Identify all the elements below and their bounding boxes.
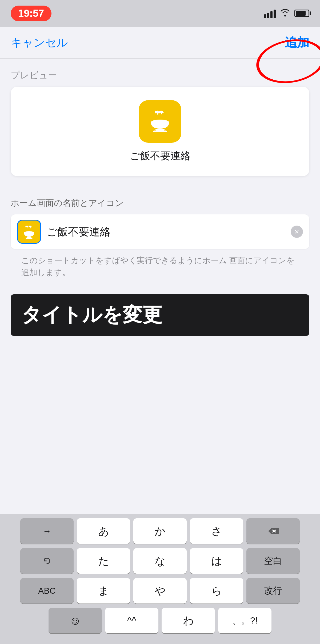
keyboard-row-2: た な は 空白	[2, 548, 318, 574]
preview-section: プレビュー ご飯不要連絡	[0, 59, 320, 184]
status-bar: 19:57	[0, 0, 320, 27]
key-undo[interactable]	[20, 548, 74, 574]
key-wa[interactable]: わ	[162, 608, 215, 633]
app-name-text: ご飯不要連絡	[130, 149, 191, 163]
main-sheet: キャンセル 追加 プレビュー ご飯不要連絡	[0, 27, 320, 644]
name-field-row	[11, 214, 309, 249]
key-ra[interactable]: ら	[190, 578, 243, 604]
keyboard[interactable]: → あ か さ	[0, 514, 320, 644]
key-abc[interactable]: ABC	[20, 578, 74, 604]
nav-bar: キャンセル 追加	[0, 27, 320, 59]
app-icon-preview	[139, 100, 181, 143]
battery-icon	[294, 10, 309, 17]
svg-rect-1	[155, 129, 165, 131]
keyboard-row-3: ABC ま や ら 改行	[2, 578, 318, 604]
app-icon-small[interactable]	[17, 220, 41, 244]
add-button[interactable]: 追加	[285, 34, 309, 51]
key-punct[interactable]: 、。?!	[218, 608, 271, 633]
description-text: このショートカットをすばやく実行できるようにホーム 画面にアイコンを追加します。	[11, 249, 309, 278]
key-arrow[interactable]: →	[20, 518, 74, 544]
home-screen-section: ホーム画面の名前とアイコン このショートカットをすばやく実行できるようにホーム …	[0, 184, 320, 284]
key-ha[interactable]: は	[190, 548, 243, 574]
status-icons	[264, 8, 309, 19]
keyboard-rows: → あ か さ	[2, 518, 318, 644]
svg-rect-4	[27, 237, 31, 238]
preview-label: プレビュー	[11, 69, 309, 81]
key-a[interactable]: あ	[77, 518, 130, 544]
key-sa[interactable]: さ	[190, 518, 243, 544]
key-tenten[interactable]: ^^	[105, 608, 158, 633]
key-delete[interactable]	[246, 518, 300, 544]
key-ta[interactable]: た	[77, 548, 130, 574]
status-time: 19:57	[11, 6, 51, 21]
wifi-icon	[280, 8, 290, 19]
name-input-container[interactable]	[46, 226, 303, 238]
instruction-overlay: タイトルを変更	[11, 294, 309, 336]
clear-input-button[interactable]	[291, 226, 303, 238]
cancel-button[interactable]: キャンセル	[11, 35, 68, 50]
app-name-input[interactable]	[46, 226, 288, 238]
preview-card: ご飯不要連絡	[11, 87, 309, 176]
key-emoji[interactable]: ☺	[49, 608, 102, 633]
keyboard-row-4: ☺ ^^ わ 、。?!	[2, 608, 318, 644]
key-return[interactable]: 改行	[246, 578, 300, 604]
key-na[interactable]: な	[133, 548, 187, 574]
key-ma[interactable]: ま	[77, 578, 130, 604]
signal-icon	[264, 9, 276, 18]
key-ka[interactable]: か	[133, 518, 187, 544]
home-section-label: ホーム画面の名前とアイコン	[11, 197, 309, 209]
svg-rect-2	[153, 131, 167, 132]
key-ya[interactable]: や	[133, 578, 187, 604]
keyboard-row-1: → あ か さ	[2, 518, 318, 544]
svg-rect-5	[26, 238, 33, 239]
instruction-text: タイトルを変更	[21, 302, 299, 328]
key-space[interactable]: 空白	[246, 548, 300, 574]
